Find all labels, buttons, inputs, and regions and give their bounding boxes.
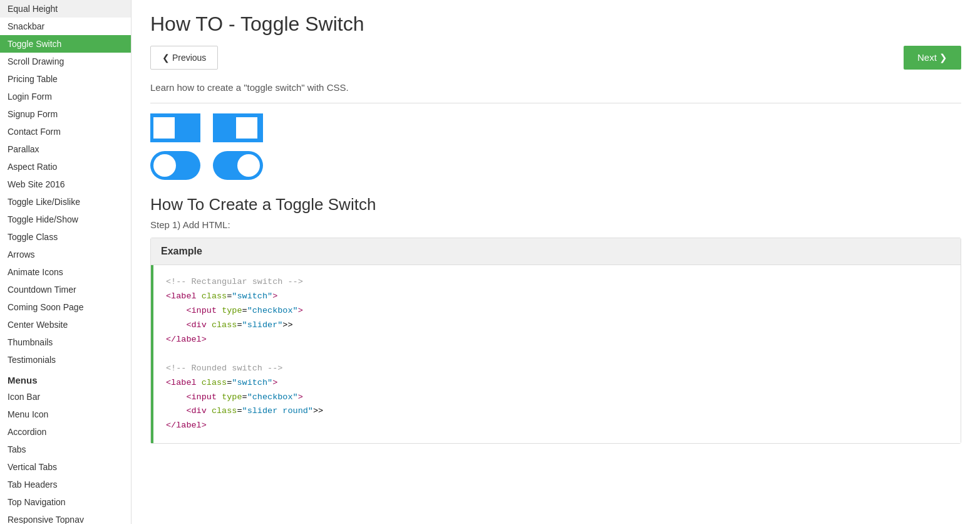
sidebar-item-center-website[interactable]: Center Website xyxy=(0,316,131,333)
example-label: Example xyxy=(151,238,961,265)
toggle-rect-off[interactable] xyxy=(150,113,200,142)
sidebar-item-vertical-tabs[interactable]: Vertical Tabs xyxy=(0,458,131,476)
sidebar-item-tabs[interactable]: Tabs xyxy=(0,441,131,458)
sidebar-item-coming-soon-page[interactable]: Coming Soon Page xyxy=(0,298,131,316)
sidebar-item-toggle-class[interactable]: Toggle Class xyxy=(0,228,131,246)
step1-label: Step 1) Add HTML: xyxy=(150,219,961,230)
sidebar-item-thumbnails[interactable]: Thumbnails xyxy=(0,333,131,351)
page-title: How TO - Toggle Switch xyxy=(150,13,961,36)
main-content: How TO - Toggle Switch ❮ Previous Next ❯… xyxy=(132,0,980,524)
code-line: <input type="checkbox"> xyxy=(166,304,948,318)
toggle-demos-row2 xyxy=(150,151,961,180)
sidebar-item-scroll-drawing[interactable]: Scroll Drawing xyxy=(0,53,131,70)
sidebar-item-toggle-like/dislike[interactable]: Toggle Like/Dislike xyxy=(0,193,131,211)
sidebar-item-menu-icon[interactable]: Menu Icon xyxy=(0,406,131,423)
sidebar-item-accordion[interactable]: Accordion xyxy=(0,423,131,441)
sidebar-item-animate-icons[interactable]: Animate Icons xyxy=(0,263,131,281)
sidebar-item-toggle-switch[interactable]: Toggle Switch xyxy=(0,35,131,53)
toggle-round-off[interactable] xyxy=(150,151,200,180)
code-line: <div class="slider round">> xyxy=(166,404,948,419)
toggle-round-on[interactable] xyxy=(213,151,263,180)
sidebar-item-responsive-topnav[interactable]: Responsive Topnav xyxy=(0,511,131,524)
section-heading: How To Create a Toggle Switch xyxy=(150,195,961,214)
sidebar-item-signup-form[interactable]: Signup Form xyxy=(0,105,131,123)
sidebar-item-tab-headers[interactable]: Tab Headers xyxy=(0,476,131,493)
sidebar-item-equal-height[interactable]: Equal Height xyxy=(0,0,131,18)
toggle-rect-on[interactable] xyxy=(213,113,263,142)
code-block: <!-- Rectangular switch --><label class=… xyxy=(151,265,961,443)
sidebar-item-login-form[interactable]: Login Form xyxy=(0,88,131,105)
toggle-demos-row1 xyxy=(150,113,961,142)
sidebar-item-parallax[interactable]: Parallax xyxy=(0,140,131,158)
description-text: Learn how to create a "toggle switch" wi… xyxy=(150,82,961,103)
sidebar-item-snackbar[interactable]: Snackbar xyxy=(0,18,131,35)
sidebar-item-arrows[interactable]: Arrows xyxy=(0,246,131,263)
example-box: Example <!-- Rectangular switch --><labe… xyxy=(150,238,961,444)
sidebar-item-countdown-timer[interactable]: Countdown Timer xyxy=(0,281,131,298)
code-line: <!-- Rounded switch --> xyxy=(166,362,948,376)
sidebar-item-web-site-2016[interactable]: Web Site 2016 xyxy=(0,176,131,193)
code-line: </label> xyxy=(166,419,948,433)
code-line: <label class="switch"> xyxy=(166,290,948,304)
sidebar-item-top-navigation[interactable]: Top Navigation xyxy=(0,493,131,511)
menus-section-label: Menus xyxy=(0,369,131,388)
sidebar-item-toggle-hide/show[interactable]: Toggle Hide/Show xyxy=(0,211,131,228)
sidebar-item-aspect-ratio[interactable]: Aspect Ratio xyxy=(0,158,131,176)
sidebar: Equal HeightSnackbarToggle SwitchScroll … xyxy=(0,0,132,524)
sidebar-item-testimonials[interactable]: Testimonials xyxy=(0,351,131,369)
sidebar-item-icon-bar[interactable]: Icon Bar xyxy=(0,388,131,406)
code-line: <div class="slider">> xyxy=(166,318,948,333)
sidebar-item-contact-form[interactable]: Contact Form xyxy=(0,123,131,140)
sidebar-item-pricing-table[interactable]: Pricing Table xyxy=(0,70,131,88)
code-line: </label> xyxy=(166,333,948,347)
code-line xyxy=(166,347,948,362)
prev-button[interactable]: ❮ Previous xyxy=(150,46,218,70)
next-button[interactable]: Next ❯ xyxy=(904,46,961,70)
code-line: <!-- Rectangular switch --> xyxy=(166,275,948,290)
code-line: <label class="switch"> xyxy=(166,376,948,390)
nav-buttons: ❮ Previous Next ❯ xyxy=(150,46,961,70)
code-line: <input type="checkbox"> xyxy=(166,390,948,405)
